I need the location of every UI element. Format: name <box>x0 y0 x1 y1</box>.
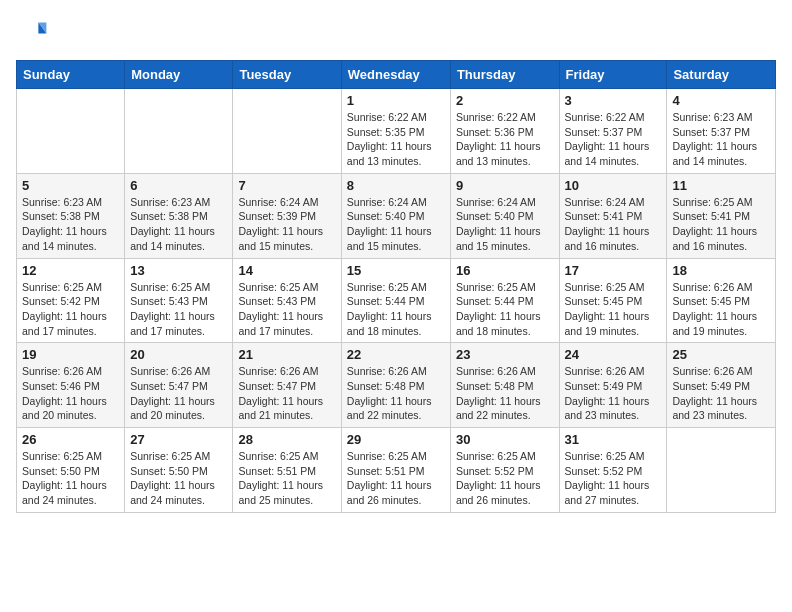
day-info-line: Sunrise: 6:25 AM <box>238 280 335 295</box>
day-number: 24 <box>565 347 662 362</box>
calendar-day-cell: 6Sunrise: 6:23 AMSunset: 5:38 PMDaylight… <box>125 173 233 258</box>
day-info-line: Sunset: 5:35 PM <box>347 125 445 140</box>
day-info-line: Sunrise: 6:26 AM <box>565 364 662 379</box>
day-info-line: Sunrise: 6:25 AM <box>22 280 119 295</box>
calendar-week-row: 19Sunrise: 6:26 AMSunset: 5:46 PMDayligh… <box>17 343 776 428</box>
day-number: 4 <box>672 93 770 108</box>
day-info-line: Sunset: 5:45 PM <box>672 294 770 309</box>
day-info-line: Daylight: 11 hours and 23 minutes. <box>672 394 770 423</box>
calendar-header-row: SundayMondayTuesdayWednesdayThursdayFrid… <box>17 61 776 89</box>
calendar-day-cell: 19Sunrise: 6:26 AMSunset: 5:46 PMDayligh… <box>17 343 125 428</box>
calendar-day-cell: 10Sunrise: 6:24 AMSunset: 5:41 PMDayligh… <box>559 173 667 258</box>
day-info-line: Sunrise: 6:24 AM <box>565 195 662 210</box>
day-info-line: Sunset: 5:43 PM <box>130 294 227 309</box>
day-number: 12 <box>22 263 119 278</box>
day-info-line: Daylight: 11 hours and 17 minutes. <box>238 309 335 338</box>
day-info-line: Sunset: 5:37 PM <box>672 125 770 140</box>
day-of-week-header: Friday <box>559 61 667 89</box>
day-info-line: Sunrise: 6:26 AM <box>672 280 770 295</box>
day-info-line: Sunrise: 6:24 AM <box>456 195 554 210</box>
day-info-line: Sunrise: 6:23 AM <box>130 195 227 210</box>
calendar-body: 1Sunrise: 6:22 AMSunset: 5:35 PMDaylight… <box>17 89 776 513</box>
day-number: 6 <box>130 178 227 193</box>
day-number: 17 <box>565 263 662 278</box>
day-info-line: Sunset: 5:49 PM <box>672 379 770 394</box>
calendar-week-row: 5Sunrise: 6:23 AMSunset: 5:38 PMDaylight… <box>17 173 776 258</box>
calendar-day-cell: 24Sunrise: 6:26 AMSunset: 5:49 PMDayligh… <box>559 343 667 428</box>
calendar-week-row: 12Sunrise: 6:25 AMSunset: 5:42 PMDayligh… <box>17 258 776 343</box>
day-info-line: Daylight: 11 hours and 19 minutes. <box>672 309 770 338</box>
day-number: 5 <box>22 178 119 193</box>
day-info-line: Sunrise: 6:26 AM <box>672 364 770 379</box>
calendar-day-cell: 16Sunrise: 6:25 AMSunset: 5:44 PMDayligh… <box>450 258 559 343</box>
day-info-line: Sunset: 5:41 PM <box>565 209 662 224</box>
day-number: 15 <box>347 263 445 278</box>
day-number: 16 <box>456 263 554 278</box>
day-info-line: Daylight: 11 hours and 26 minutes. <box>347 478 445 507</box>
day-number: 3 <box>565 93 662 108</box>
day-info-line: Daylight: 11 hours and 14 minutes. <box>22 224 119 253</box>
day-info-line: Sunset: 5:46 PM <box>22 379 119 394</box>
day-number: 30 <box>456 432 554 447</box>
day-info-line: Sunset: 5:44 PM <box>456 294 554 309</box>
day-info-line: Sunrise: 6:26 AM <box>22 364 119 379</box>
day-info-line: Sunset: 5:48 PM <box>456 379 554 394</box>
day-of-week-header: Tuesday <box>233 61 341 89</box>
day-info-line: Sunrise: 6:26 AM <box>238 364 335 379</box>
day-info-line: Sunrise: 6:26 AM <box>456 364 554 379</box>
day-info-line: Daylight: 11 hours and 13 minutes. <box>456 139 554 168</box>
day-number: 7 <box>238 178 335 193</box>
day-number: 20 <box>130 347 227 362</box>
day-info-line: Daylight: 11 hours and 16 minutes. <box>672 224 770 253</box>
calendar-table: SundayMondayTuesdayWednesdayThursdayFrid… <box>16 60 776 513</box>
calendar-day-cell: 2Sunrise: 6:22 AMSunset: 5:36 PMDaylight… <box>450 89 559 174</box>
calendar-week-row: 1Sunrise: 6:22 AMSunset: 5:35 PMDaylight… <box>17 89 776 174</box>
day-of-week-header: Monday <box>125 61 233 89</box>
day-info-line: Daylight: 11 hours and 14 minutes. <box>130 224 227 253</box>
calendar-day-cell: 27Sunrise: 6:25 AMSunset: 5:50 PMDayligh… <box>125 428 233 513</box>
day-number: 23 <box>456 347 554 362</box>
day-info-line: Sunset: 5:38 PM <box>22 209 119 224</box>
logo <box>16 16 52 48</box>
calendar-day-cell: 3Sunrise: 6:22 AMSunset: 5:37 PMDaylight… <box>559 89 667 174</box>
day-info-line: Sunset: 5:52 PM <box>456 464 554 479</box>
day-info-line: Daylight: 11 hours and 22 minutes. <box>347 394 445 423</box>
day-of-week-header: Sunday <box>17 61 125 89</box>
calendar-day-cell: 22Sunrise: 6:26 AMSunset: 5:48 PMDayligh… <box>341 343 450 428</box>
calendar-day-cell: 13Sunrise: 6:25 AMSunset: 5:43 PMDayligh… <box>125 258 233 343</box>
day-info-line: Daylight: 11 hours and 18 minutes. <box>456 309 554 338</box>
day-info-line: Sunrise: 6:23 AM <box>672 110 770 125</box>
day-info-line: Sunrise: 6:25 AM <box>456 449 554 464</box>
calendar-day-cell: 29Sunrise: 6:25 AMSunset: 5:51 PMDayligh… <box>341 428 450 513</box>
day-info-line: Daylight: 11 hours and 20 minutes. <box>130 394 227 423</box>
day-info-line: Sunset: 5:52 PM <box>565 464 662 479</box>
day-info-line: Sunset: 5:40 PM <box>456 209 554 224</box>
day-info-line: Sunrise: 6:23 AM <box>22 195 119 210</box>
calendar-day-cell: 14Sunrise: 6:25 AMSunset: 5:43 PMDayligh… <box>233 258 341 343</box>
day-number: 8 <box>347 178 445 193</box>
day-number: 27 <box>130 432 227 447</box>
day-info-line: Sunrise: 6:25 AM <box>672 195 770 210</box>
day-info-line: Daylight: 11 hours and 24 minutes. <box>130 478 227 507</box>
day-info-line: Daylight: 11 hours and 15 minutes. <box>238 224 335 253</box>
day-info-line: Sunset: 5:49 PM <box>565 379 662 394</box>
day-number: 14 <box>238 263 335 278</box>
day-info-line: Daylight: 11 hours and 23 minutes. <box>565 394 662 423</box>
day-info-line: Daylight: 11 hours and 15 minutes. <box>347 224 445 253</box>
calendar-day-cell: 28Sunrise: 6:25 AMSunset: 5:51 PMDayligh… <box>233 428 341 513</box>
day-info-line: Sunrise: 6:22 AM <box>565 110 662 125</box>
page-header <box>16 16 776 48</box>
day-number: 31 <box>565 432 662 447</box>
day-info-line: Daylight: 11 hours and 14 minutes. <box>565 139 662 168</box>
day-number: 29 <box>347 432 445 447</box>
calendar-day-cell: 31Sunrise: 6:25 AMSunset: 5:52 PMDayligh… <box>559 428 667 513</box>
day-info-line: Daylight: 11 hours and 20 minutes. <box>22 394 119 423</box>
day-info-line: Daylight: 11 hours and 14 minutes. <box>672 139 770 168</box>
day-info-line: Sunset: 5:51 PM <box>347 464 445 479</box>
day-of-week-header: Saturday <box>667 61 776 89</box>
calendar-day-cell: 15Sunrise: 6:25 AMSunset: 5:44 PMDayligh… <box>341 258 450 343</box>
calendar-day-cell: 21Sunrise: 6:26 AMSunset: 5:47 PMDayligh… <box>233 343 341 428</box>
day-info-line: Sunset: 5:48 PM <box>347 379 445 394</box>
calendar-day-cell <box>125 89 233 174</box>
calendar-day-cell: 9Sunrise: 6:24 AMSunset: 5:40 PMDaylight… <box>450 173 559 258</box>
